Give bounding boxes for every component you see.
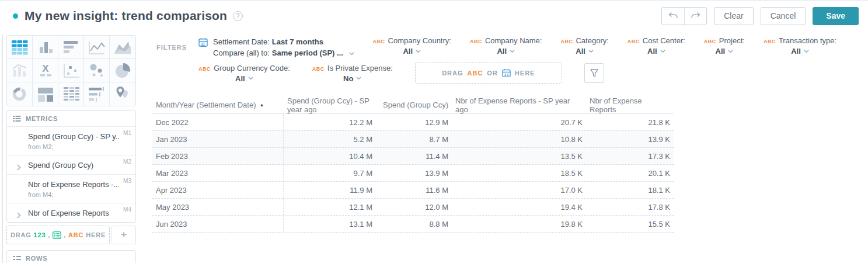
filter-group-currency-code[interactable]: ABCGroup Currency Code:All [198,64,290,83]
vis-type-repeater[interactable] [58,82,84,106]
compare-label: Compare (all) to: [213,49,270,57]
filter-project[interactable]: ABCProject:All [704,36,745,56]
column-header-spend-group-ccy[interactable]: Spend (Group Ccy) [376,96,452,113]
filter-is-private-expense[interactable]: ABCIs Private Expense:No [312,64,393,83]
vis-type-table-selected[interactable] [7,36,33,59]
undo-redo-group [661,7,707,25]
table-row-apr-2023: Apr 202311.9 M11.6 M17.0 K18.1 K [152,182,674,199]
combo-chart-icon [10,62,30,79]
metrics-drop-zone[interactable]: DRAG 123 , , ABC HERE [6,226,110,244]
row-header-cell: May 2023 [152,199,284,215]
column-header-month-year-settlement-date[interactable]: Month/Year (Settlement Date)▲ [152,96,284,113]
undo-icon [667,11,679,20]
filter-value: All [647,47,657,56]
visualization-picker: X [6,35,136,106]
filter-label: Company Name: [485,36,542,45]
vis-type-geo-chart[interactable] [110,82,135,106]
column-chart-icon [36,39,55,56]
vis-type-bubble-chart[interactable] [84,59,110,82]
table-row-jun-2023: Jun 202313.1 M8.8 M19.8 K15.5 K [152,216,674,233]
drop-label: DRAG [11,231,32,238]
table-header-row: Month/Year (Settlement Date)▲Spend (Grou… [152,96,674,114]
filter-value: All [403,47,413,56]
vis-type-scatter-plot[interactable] [58,59,84,82]
filters-bar-label: FILTERS [156,44,187,51]
date-filter-label: Settlement Date: [213,37,270,46]
table-cell: 11.6 M [376,182,452,198]
filter-drop-zone[interactable]: DRAG ABC OR 31 HERE [415,63,562,84]
help-icon[interactable]: ? [233,11,243,21]
chevron-down-icon [248,77,253,80]
metric-item-spend-group-ccy[interactable]: Spend (Group Ccy)M2 [7,155,135,175]
vis-type-line-chart[interactable] [84,36,110,59]
separator: , [48,231,50,238]
metric-item-spend-group-ccy-sp-y[interactable]: Spend (Group Ccy) - SP y...M1from M2; [7,127,135,155]
filter-value: No [343,74,353,83]
abc-token: ABC [704,39,716,44]
grid-token-icon [53,231,61,239]
chevron-down-icon [660,50,665,53]
bullet-chart-icon [87,85,107,103]
vis-type-column-chart[interactable] [33,36,58,59]
table-cell: 12.0 M [376,199,452,215]
column-header-nbr-of-expense-reports[interactable]: Nbr of Expense Reports [586,96,674,113]
sort-asc-icon: ▲ [260,102,264,108]
repeater-icon [61,85,81,103]
vis-type-treemap[interactable] [33,82,58,106]
redo-button[interactable] [684,8,706,25]
chevron-down-icon [588,50,594,53]
headline-icon: X [36,62,55,79]
cancel-button[interactable]: Cancel [761,7,806,25]
svg-text:X: X [42,63,49,74]
vis-type-pie-chart[interactable] [110,59,135,82]
date-filter[interactable]: 31 Settlement Date:Last 7 months Compare… [198,36,354,58]
abc-token: ABC [470,39,482,44]
table-icon [10,39,30,56]
vis-type-area-chart[interactable] [110,36,135,59]
expand-chevron-icon[interactable] [17,210,21,221]
abc-token: ABC [468,70,483,77]
insight-status-dot [13,13,18,19]
vis-type-headline[interactable]: X [33,59,58,82]
clear-button[interactable]: Clear [714,7,753,25]
table-cell: 17.3 K [586,148,674,164]
abc-token: ABC [628,39,640,44]
table-cell: 20.1 K [586,165,674,181]
save-button[interactable]: Save [813,7,859,25]
filter-company-country[interactable]: ABCCompany Country:All [373,36,451,56]
filter-options-button[interactable] [584,63,604,83]
metrics-list: Spend (Group Ccy) - SP y...M1from M2;Spe… [7,127,135,222]
vis-type-donut-chart[interactable] [7,82,33,106]
pie-chart-icon [113,62,133,79]
metric-item-nbr-of-expense-reports[interactable]: Nbr of Expense ReportsM4 [7,203,135,222]
table-cell: 13.9 K [586,131,674,147]
filter-company-name[interactable]: ABCCompany Name:All [470,36,542,56]
calendar-icon: 31 [198,37,208,58]
date-filter-text: Settlement Date:Last 7 months Compare (a… [213,36,354,58]
vis-type-combo-chart[interactable] [7,59,33,82]
chevron-down-icon [510,50,515,53]
abc-token: ABC [764,39,776,44]
add-metric-button[interactable]: + [111,226,136,244]
metric-item-nbr-of-expense-reports[interactable]: Nbr of Expense Reports -...M3from M4; [7,175,135,203]
rows-section-title: ROWS [26,255,47,262]
filter-cost-center[interactable]: ABCCost Center:All [628,36,685,56]
column-header-spend-group-ccy-sp-year-ago[interactable]: Spend (Group Ccy) - SP year ago [284,96,376,113]
expand-chevron-icon[interactable] [17,162,21,173]
vis-type-bullet-chart[interactable] [84,82,110,106]
filter-value: All [235,74,245,83]
filter-category[interactable]: ABCCategory:All [560,36,608,56]
undo-button[interactable] [662,8,684,25]
toolbar-actions: Clear Cancel Save [661,7,859,25]
metric-label: Nbr of Expense Reports [28,209,119,217]
column-header-nbr-of-expense-reports-sp-year-ago[interactable]: Nbr of Expense Reports - SP year ago [452,96,586,113]
vis-type-bar-chart[interactable] [58,36,84,59]
drop-label: DRAG [442,70,463,77]
area-chart-icon [113,39,133,56]
table-cell: 12.2 M [284,114,376,130]
table-cell: 21.8 K [586,114,674,130]
table-cell: 17.8 K [586,199,674,215]
left-panel-scrollbar[interactable] [2,34,3,263]
filter-transaction-type[interactable]: ABCTransaction type:All [764,36,836,56]
chevron-down-icon [416,50,421,53]
